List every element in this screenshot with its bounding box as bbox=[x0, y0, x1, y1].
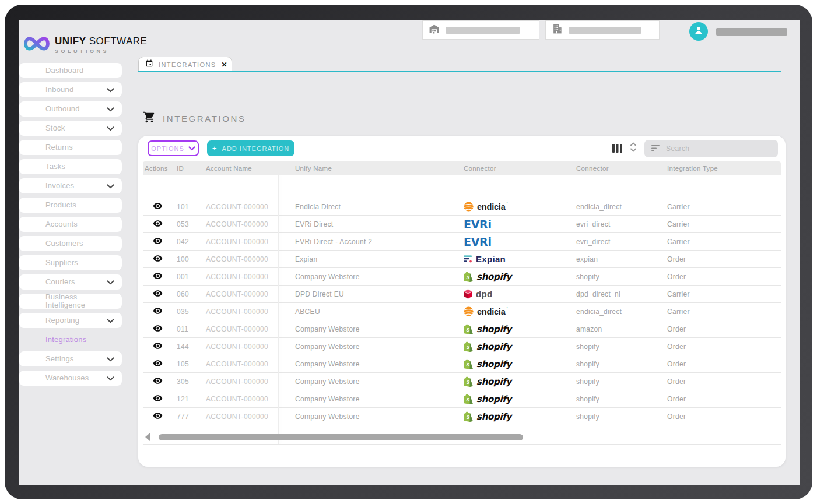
sort-arrows-icon[interactable] bbox=[630, 142, 637, 152]
column-header-actions[interactable]: Actions bbox=[145, 161, 168, 175]
screen: UNIFY SOFTWARE SOLUTIONS bbox=[0, 0, 817, 504]
cell-connector-code: shopify bbox=[576, 338, 599, 355]
cell-id: 001 bbox=[177, 268, 189, 285]
columns-icon[interactable] bbox=[612, 144, 622, 155]
view-button[interactable] bbox=[153, 236, 163, 248]
dpd-logo: dpd bbox=[464, 289, 492, 299]
cell-connector-code: evri_direct bbox=[576, 233, 611, 250]
eye-icon bbox=[153, 253, 163, 265]
cell-connector-logo: S shopify bbox=[464, 268, 511, 285]
cell-connector-code: shopify bbox=[576, 408, 599, 425]
cell-connector-code: dpd_direct_nl bbox=[576, 286, 620, 302]
sidebar-item-dashboard[interactable]: Dashboard bbox=[19, 63, 122, 78]
svg-text:S: S bbox=[467, 344, 470, 350]
column-header-connector-2[interactable]: Connector bbox=[576, 161, 609, 175]
eye-icon bbox=[153, 271, 163, 283]
sidebar-item-reporting[interactable]: Reporting bbox=[19, 313, 122, 328]
redacted-text bbox=[446, 27, 520, 34]
tab-underline bbox=[138, 71, 781, 72]
cell-integration-type: Order bbox=[667, 373, 686, 390]
cell-integration-type: Order bbox=[667, 355, 686, 372]
view-button[interactable] bbox=[153, 201, 163, 213]
brand-title-bold: UNIFY bbox=[55, 36, 86, 47]
cell-account-name: ACCOUNT-000000 bbox=[206, 320, 268, 337]
column-header-account-name[interactable]: Account Name bbox=[206, 161, 252, 175]
cell-connector-code: shopify bbox=[576, 268, 599, 285]
table-row: 105ACCOUNT-000000Company Webstore S shop… bbox=[143, 355, 781, 373]
sidebar-item-settings[interactable]: Settings bbox=[19, 351, 122, 366]
view-button[interactable] bbox=[153, 271, 163, 283]
warehouse-lookup-field[interactable] bbox=[422, 20, 539, 40]
column-header-integration-type[interactable]: Integration Type bbox=[667, 161, 718, 175]
sidebar-item-inbound[interactable]: Inbound bbox=[19, 82, 122, 97]
company-lookup-field[interactable] bbox=[545, 20, 660, 40]
table-row: 011ACCOUNT-000000Company Webstore S shop… bbox=[143, 320, 781, 338]
view-button[interactable] bbox=[153, 411, 163, 422]
eye-icon bbox=[153, 323, 163, 335]
column-header-id[interactable]: ID bbox=[177, 161, 184, 175]
chevron-down-icon bbox=[188, 146, 195, 151]
options-button[interactable]: OPTIONS bbox=[148, 140, 199, 156]
chevron-down-icon bbox=[107, 88, 114, 93]
plus-icon: + bbox=[212, 144, 217, 153]
cell-account-name: ACCOUNT-000000 bbox=[206, 268, 268, 285]
add-integration-button[interactable]: + ADD INTEGRATION bbox=[207, 140, 294, 156]
view-button[interactable] bbox=[153, 253, 163, 265]
brand-text: UNIFY SOFTWARE SOLUTIONS bbox=[55, 36, 147, 54]
shopify-logo: S shopify bbox=[464, 411, 511, 422]
table-empty-row bbox=[143, 175, 781, 198]
view-button[interactable] bbox=[153, 358, 163, 370]
sidebar-item-products[interactable]: Products bbox=[19, 198, 122, 213]
view-button[interactable] bbox=[153, 376, 163, 387]
sidebar-item-tasks[interactable]: Tasks bbox=[19, 159, 122, 174]
tab-integrations[interactable]: INTEGRATIONS ✕ bbox=[138, 57, 232, 72]
sidebar-item-outbound[interactable]: Outbound bbox=[19, 101, 122, 117]
sidebar-item-integrations[interactable]: Integrations bbox=[19, 332, 122, 347]
cell-unify-name: EVRi Direct - Account 2 bbox=[295, 233, 372, 250]
scroll-left-arrow-icon[interactable] bbox=[145, 433, 150, 443]
view-button[interactable] bbox=[153, 306, 163, 318]
sidebar-item-returns[interactable]: Returns bbox=[19, 140, 122, 155]
page-title: INTEGRATIONS bbox=[163, 114, 246, 124]
scrollbar-thumb[interactable] bbox=[159, 434, 523, 440]
close-icon[interactable]: ✕ bbox=[222, 61, 227, 69]
table-row: 121ACCOUNT-000000Company Webstore S shop… bbox=[143, 390, 781, 408]
sidebar-item-business-intelligence[interactable]: Business Intelligence bbox=[19, 294, 122, 309]
sidebar-item-invoices[interactable]: Invoices bbox=[19, 178, 122, 193]
user-avatar[interactable] bbox=[689, 22, 708, 41]
shopify-logo: S shopify bbox=[464, 341, 511, 352]
cell-id: 121 bbox=[177, 390, 189, 407]
cell-unify-name: Company Webstore bbox=[295, 390, 360, 407]
view-button[interactable] bbox=[153, 341, 163, 353]
eye-icon bbox=[153, 341, 163, 353]
table-row: 144ACCOUNT-000000Company Webstore S shop… bbox=[143, 338, 781, 355]
view-button[interactable] bbox=[153, 393, 163, 405]
brand-logo: UNIFY SOFTWARE SOLUTIONS bbox=[22, 32, 147, 58]
sidebar-item-stock[interactable]: Stock bbox=[19, 121, 122, 136]
view-button[interactable] bbox=[153, 218, 163, 230]
eye-icon bbox=[153, 411, 163, 422]
eye-icon bbox=[153, 376, 163, 387]
column-header-unify-name[interactable]: Unify Name bbox=[295, 161, 332, 175]
sidebar-item-suppliers[interactable]: Suppliers bbox=[19, 255, 122, 270]
sidebar-item-label: Integrations bbox=[45, 336, 86, 344]
sidebar-item-warehouses[interactable]: Warehouses bbox=[19, 371, 122, 386]
sidebar-item-label: Customers bbox=[45, 239, 83, 248]
sidebar-item-couriers[interactable]: Couriers bbox=[19, 274, 122, 290]
eye-icon bbox=[153, 201, 163, 213]
view-button[interactable] bbox=[153, 288, 163, 300]
cell-connector-code: expian bbox=[576, 251, 598, 267]
table-row: 001ACCOUNT-000000Company Webstore S shop… bbox=[143, 268, 781, 286]
svg-text:S: S bbox=[467, 327, 470, 333]
sidebar-item-customers[interactable]: Customers bbox=[19, 236, 122, 251]
shopify-logo: S shopify bbox=[464, 394, 511, 404]
table-row: 101ACCOUNT-000000Endicia Direct endicia˙… bbox=[143, 198, 781, 216]
search-input[interactable] bbox=[666, 144, 771, 153]
column-header-connector[interactable]: Connector bbox=[464, 161, 496, 175]
cell-connector-logo: endicia˙ bbox=[464, 198, 509, 215]
view-button[interactable] bbox=[153, 323, 163, 335]
table-row: 100ACCOUNT-000000Expian ExpianexpianOrde… bbox=[143, 251, 781, 268]
sidebar-item-accounts[interactable]: Accounts bbox=[19, 217, 122, 232]
integrations-card: OPTIONS + ADD INTEGRATION bbox=[138, 136, 786, 467]
sidebar-item-label: Suppliers bbox=[45, 259, 78, 267]
